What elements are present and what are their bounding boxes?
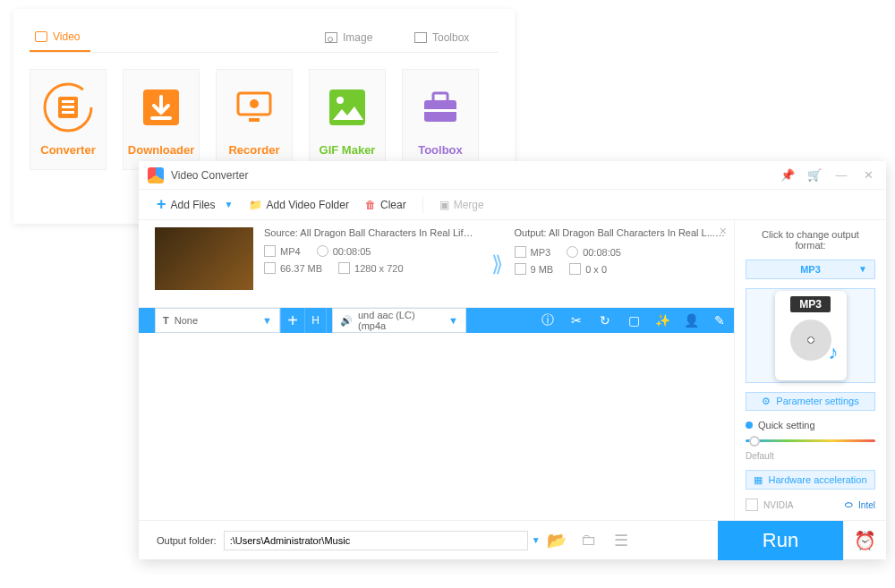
open-folder-button[interactable]: 📂	[541, 531, 573, 550]
output-title: Output: All Dragon Ball Characters In Re…	[515, 227, 726, 239]
home-tabs: Video Image Toolbox	[30, 25, 499, 53]
minimize-button[interactable]: —	[832, 166, 850, 184]
note-icon: ♪	[829, 341, 839, 364]
caret-icon: ▼	[858, 264, 867, 274]
tile-toolbox[interactable]: Toolbox	[402, 69, 479, 170]
format-icon	[264, 245, 276, 257]
tab-image[interactable]: Image	[320, 25, 409, 52]
quality-slider[interactable]	[746, 439, 875, 442]
bottom-bar: Output folder: ▼ 📂 🗀 ☰ Run ⏰	[139, 520, 886, 559]
briefcase-icon	[415, 82, 465, 132]
add-files-label: Add Files	[171, 199, 216, 211]
tab-video[interactable]: Video	[30, 25, 90, 52]
svg-rect-3	[62, 106, 74, 108]
effects-tool[interactable]: ✨	[648, 308, 677, 333]
rotate-tool[interactable]: ↻	[591, 308, 619, 333]
audio-dropdown[interactable]: 🔊und aac (LC) (mp4a▼	[332, 308, 466, 333]
pin-icon[interactable]: 📌	[779, 166, 797, 184]
download-icon	[136, 82, 186, 132]
cut-tool[interactable]: ✂	[562, 308, 591, 333]
h-button[interactable]: H	[305, 308, 327, 333]
video-thumbnail[interactable]	[155, 227, 253, 290]
plus-icon: +	[157, 195, 166, 214]
subtitle-dropdown[interactable]: TNone▼	[155, 308, 280, 333]
run-label: Run	[763, 529, 798, 552]
clear-button[interactable]: 🗑Clear	[365, 199, 406, 211]
tile-converter[interactable]: Converter	[30, 69, 107, 170]
hardware-accel-button[interactable]: ▦Hardware acceleration	[746, 470, 875, 490]
audio-value: und aac (LC) (mp4a	[358, 310, 443, 331]
enhance-tool[interactable]: ✎	[705, 308, 734, 333]
tile-downloader[interactable]: Downloader	[123, 69, 200, 170]
slider-default-label: Default	[746, 451, 875, 461]
merge-icon: ▣	[439, 199, 449, 211]
nvidia-label: NVIDIA	[763, 500, 793, 510]
add-files-button[interactable]: +Add Files	[157, 195, 216, 214]
intel-label: Intel	[858, 500, 875, 510]
svg-rect-4	[62, 111, 74, 114]
cart-icon[interactable]: 🛒	[806, 166, 823, 184]
tile-toolbox-label: Toolbox	[418, 143, 463, 157]
output-folder-label: Output folder:	[157, 535, 217, 546]
close-button[interactable]: ✕	[859, 166, 877, 184]
recorder-icon	[229, 82, 279, 132]
crop-tool[interactable]: ▢	[619, 308, 648, 333]
merge-button[interactable]: ▣Merge	[439, 199, 484, 211]
tile-recorder-label: Recorder	[228, 143, 279, 157]
output-resolution: 0 x 0	[585, 264, 607, 275]
converter-window: Video Converter 📌 🛒 — ✕ +Add Files ▼ 📁Ad…	[139, 161, 886, 559]
output-folder-caret[interactable]: ▼	[532, 535, 541, 545]
slider-thumb[interactable]	[749, 436, 760, 447]
source-resolution: 1280 x 720	[354, 263, 403, 274]
arrow-icon: ⟫	[491, 251, 503, 277]
source-duration: 00:08:05	[333, 246, 371, 257]
folder-plus-icon: 📁	[249, 199, 261, 211]
info-tool[interactable]: ⓘ	[533, 308, 562, 333]
main-toolbar: +Add Files ▼ 📁Add Video Folder 🗑Clear ▣M…	[139, 190, 886, 220]
video-icon	[35, 31, 47, 42]
tab-toolbox[interactable]: Toolbox	[409, 25, 499, 52]
hw-vendors: NVIDIA ⬭Intel	[746, 499, 875, 511]
empty-area	[139, 333, 734, 520]
format-preview[interactable]: MP3 ♪	[746, 288, 875, 383]
side-panel: Click to change output format: MP3▼ MP3 …	[734, 220, 886, 520]
app-logo-icon	[148, 167, 164, 183]
watermark-tool[interactable]: 👤	[677, 308, 705, 333]
svg-rect-8	[249, 118, 260, 122]
tile-gifmaker[interactable]: GIF Maker	[309, 69, 386, 170]
tab-image-label: Image	[343, 31, 372, 44]
output-folder-input[interactable]	[224, 531, 528, 550]
chip-icon: ▦	[754, 474, 763, 486]
clock-icon	[567, 246, 578, 258]
intel-icon: ⬭	[845, 499, 853, 510]
list-button[interactable]: ☰	[605, 531, 637, 550]
size-icon	[264, 262, 276, 274]
item-close-button[interactable]: ×	[720, 224, 727, 238]
format-dropdown[interactable]: MP3▼	[746, 260, 875, 279]
format-icon	[515, 246, 526, 258]
add-subtitle-button[interactable]: +	[280, 308, 305, 333]
mp3-preview-icon: MP3 ♪	[775, 291, 847, 380]
browse-button[interactable]: 🗀	[573, 531, 605, 550]
resolution-icon	[569, 263, 581, 275]
svg-point-7	[250, 99, 259, 108]
merge-label: Merge	[454, 199, 484, 211]
run-button[interactable]: Run	[718, 521, 843, 560]
process-arrow: ⟫	[484, 220, 511, 307]
tile-recorder[interactable]: Recorder	[216, 69, 293, 170]
parameter-settings-button[interactable]: ⚙Parameter settings	[746, 392, 875, 412]
sliders-icon: ⚙	[762, 396, 771, 407]
clear-label: Clear	[380, 199, 406, 211]
add-folder-button[interactable]: 📁Add Video Folder	[249, 199, 349, 211]
resolution-icon	[338, 262, 350, 274]
quick-label: Quick setting	[758, 420, 815, 430]
param-label: Parameter settings	[776, 396, 858, 406]
schedule-button[interactable]: ⏰	[843, 521, 886, 560]
add-files-dropdown[interactable]: ▼	[225, 200, 234, 209]
dot-icon	[746, 422, 753, 429]
tile-gif-label: GIF Maker	[320, 143, 376, 157]
quick-setting-header: Quick setting	[746, 420, 875, 430]
mp3-tag: MP3	[790, 296, 831, 312]
disc-icon: ♪	[790, 320, 831, 361]
hw-label: Hardware acceleration	[768, 474, 866, 485]
